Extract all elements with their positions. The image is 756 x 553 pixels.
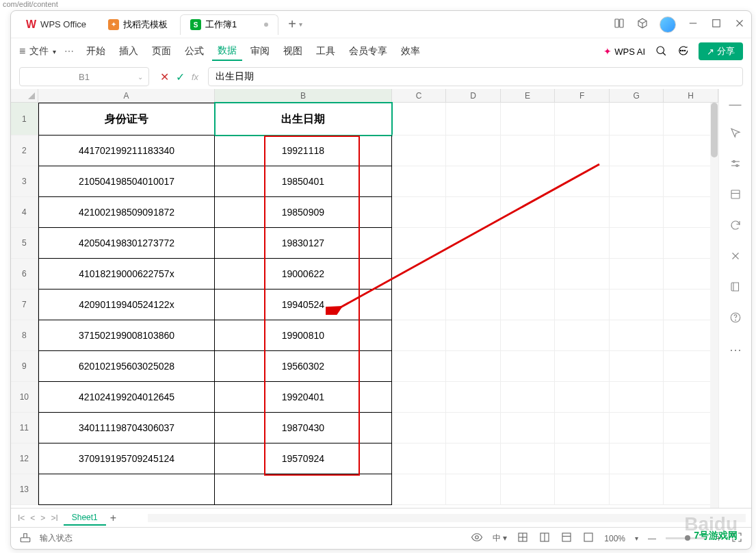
sheet-last-button[interactable]: >I	[49, 513, 59, 523]
cell[interactable]	[446, 166, 501, 197]
layout-view-icon[interactable]	[582, 531, 595, 545]
row-header[interactable]: 2	[11, 136, 38, 166]
wps-ai-button[interactable]: ✦ WPS AI	[603, 46, 645, 57]
row-header[interactable]: 11	[11, 413, 38, 443]
more-icon[interactable]: ⋯	[729, 342, 742, 357]
cell[interactable]	[610, 320, 664, 351]
col-header-e[interactable]: E	[501, 89, 556, 102]
sheet-tab-sheet1[interactable]: Sheet1	[64, 511, 106, 526]
menu-efficiency[interactable]: 效率	[395, 42, 426, 60]
cell[interactable]	[446, 320, 501, 351]
row-header[interactable]: 1	[11, 103, 38, 136]
cell[interactable]	[215, 474, 391, 505]
row-header[interactable]: 5	[11, 228, 38, 259]
sheet-next-button[interactable]: >	[39, 513, 47, 523]
row-header[interactable]: 8	[11, 320, 38, 351]
cell[interactable]	[610, 228, 664, 259]
sheet-prev-button[interactable]: <	[29, 513, 36, 523]
cell[interactable]	[501, 351, 556, 382]
cell[interactable]	[610, 443, 664, 474]
cell[interactable]: 出生日期	[215, 103, 391, 136]
menu-member[interactable]: 会员专享	[343, 42, 393, 60]
cell[interactable]: 421024199204012645	[38, 382, 215, 413]
cell[interactable]	[446, 197, 501, 228]
cell[interactable]: 19850401	[215, 166, 391, 197]
tab-menu-chevron-icon[interactable]: ▾	[299, 21, 302, 28]
menu-review[interactable]: 审阅	[245, 42, 275, 60]
spreadsheet-grid[interactable]: A B C D E F G H 1身份证号出生日期244170219921118…	[11, 89, 718, 508]
cell[interactable]: 371502199008103860	[38, 320, 215, 351]
cell[interactable]	[501, 443, 556, 474]
cell[interactable]	[392, 166, 447, 197]
row-header[interactable]: 13	[11, 474, 38, 505]
col-header-h[interactable]: H	[664, 89, 718, 102]
cell[interactable]	[610, 351, 664, 382]
zoom-chevron-icon[interactable]: ▾	[635, 535, 638, 542]
layout-icon[interactable]	[729, 188, 742, 204]
cube-icon[interactable]	[636, 17, 649, 32]
cell[interactable]: 340111198704306037	[38, 413, 215, 443]
horizontal-scrollbar[interactable]	[148, 514, 746, 522]
cell[interactable]: 421002198509091872	[38, 197, 215, 228]
tab-workbook[interactable]: S 工作簿1	[180, 14, 278, 35]
cell[interactable]: 19850909	[215, 197, 391, 228]
cell[interactable]: 370919195709245124	[38, 443, 215, 474]
formula-confirm-button[interactable]: ✓	[176, 70, 185, 83]
cell[interactable]: 19830127	[215, 228, 391, 259]
cell[interactable]	[392, 320, 447, 351]
cell[interactable]: 19900810	[215, 320, 391, 351]
cell[interactable]	[555, 474, 610, 505]
cell[interactable]	[501, 228, 556, 259]
cell[interactable]	[555, 443, 610, 474]
cell[interactable]	[610, 413, 664, 443]
cell[interactable]	[555, 259, 610, 290]
cell[interactable]	[392, 351, 447, 382]
cell[interactable]	[555, 382, 610, 413]
zoom-out-button[interactable]: —	[648, 534, 656, 543]
cell[interactable]	[446, 382, 501, 413]
select-all-corner[interactable]	[11, 89, 38, 102]
zoom-slider[interactable]	[666, 537, 707, 539]
cell[interactable]	[555, 320, 610, 351]
cell[interactable]	[446, 351, 501, 382]
cell[interactable]	[610, 382, 664, 413]
cell[interactable]	[446, 413, 501, 443]
cell[interactable]: 19870430	[215, 413, 391, 443]
cell[interactable]	[501, 197, 556, 228]
cell[interactable]	[446, 136, 501, 166]
col-header-a[interactable]: A	[38, 89, 215, 102]
cell[interactable]	[392, 259, 447, 290]
menu-start[interactable]: 开始	[81, 42, 111, 60]
fullscreen-icon[interactable]	[731, 531, 743, 545]
tab-daoke-template[interactable]: ✦ 找稻壳模板	[99, 14, 177, 35]
cell[interactable]	[501, 382, 556, 413]
settings-slider-icon[interactable]	[729, 157, 742, 173]
cell[interactable]: 19921118	[215, 136, 391, 166]
sheet-first-button[interactable]: I<	[16, 513, 26, 523]
col-header-d[interactable]: D	[446, 89, 501, 102]
cell[interactable]	[501, 136, 556, 166]
cell[interactable]	[501, 474, 556, 505]
cell[interactable]	[610, 136, 664, 166]
cell[interactable]	[392, 443, 447, 474]
cell[interactable]: 420504198301273772	[38, 228, 215, 259]
cell[interactable]	[501, 259, 556, 290]
cell[interactable]	[501, 166, 556, 197]
zoom-in-button[interactable]: +	[716, 534, 721, 543]
cell[interactable]: 41018219000622757x	[38, 259, 215, 290]
tools-icon[interactable]	[729, 250, 742, 266]
cell[interactable]	[501, 320, 556, 351]
col-header-b[interactable]: B	[215, 89, 391, 102]
row-header[interactable]: 12	[11, 443, 38, 474]
cell[interactable]	[610, 103, 664, 136]
eye-icon[interactable]	[471, 531, 483, 545]
cell[interactable]: 210504198504010017	[38, 166, 215, 197]
book-icon[interactable]	[729, 281, 742, 296]
name-box[interactable]: B1 ⌄	[19, 67, 149, 86]
cell[interactable]	[392, 103, 447, 136]
cell[interactable]	[446, 474, 501, 505]
share-button[interactable]: ↗ 分享	[699, 42, 743, 60]
cell[interactable]	[610, 290, 664, 320]
minimize-button[interactable]	[687, 17, 699, 32]
cell[interactable]: 身份证号	[38, 103, 215, 136]
